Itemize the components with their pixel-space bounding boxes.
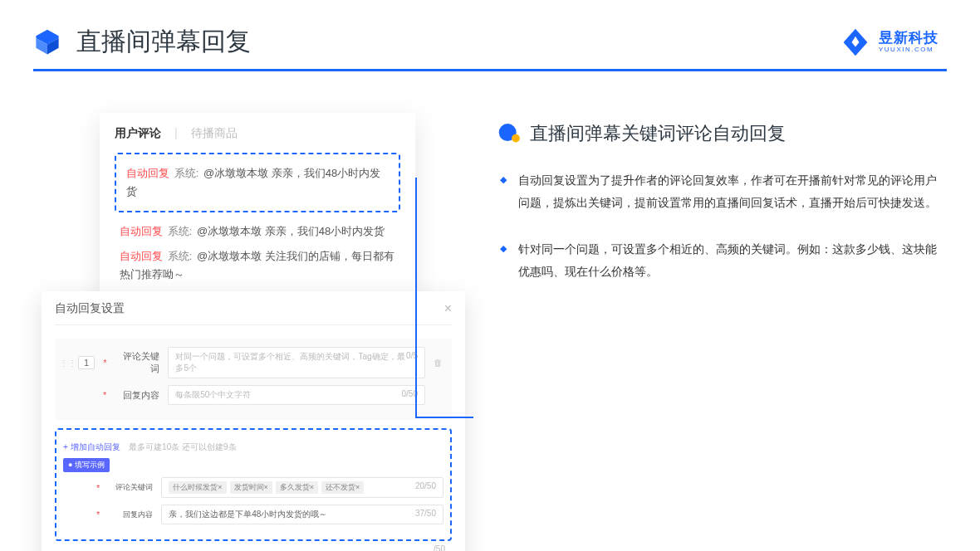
description-column: 直播间弹幕关键词评论自动回复 自动回复设置为了提升作者的评论回复效率，作者可在开… — [498, 113, 938, 511]
tag[interactable]: 多久发货× — [276, 481, 318, 494]
content: 用户评论 | 待播商品 自动回复 系统: @冰墩墩本墩 亲亲，我们48小时内发货… — [0, 71, 980, 511]
brand-diamond-icon — [840, 27, 870, 57]
system-tag: 系统: — [168, 225, 193, 237]
keyword-label: 评论关键词 — [108, 482, 153, 493]
content-label: 回复内容 — [115, 389, 159, 402]
char-count: 0/50 — [402, 389, 418, 401]
panel-header: 自动回复设置 × — [55, 301, 452, 325]
comment-row: 自动回复 系统: @冰墩墩本墩 亲亲，我们48小时内发货 — [121, 161, 394, 204]
tag[interactable]: 什么时候发货× — [169, 481, 226, 494]
tabs: 用户评论 | 待播商品 — [115, 126, 400, 141]
add-reply-link[interactable]: + 增加自动回复 — [63, 442, 120, 451]
content-input[interactable]: 每条限50个中文字符 0/50 — [168, 385, 425, 405]
tab-pending-goods[interactable]: 待播商品 — [191, 126, 238, 141]
brand-text: 昱新科技 YUUXIN.COM — [879, 31, 938, 53]
add-hint: 最多可建10条 还可以创建9条 — [129, 442, 236, 451]
section-title: 直播间弹幕关键词评论自动回复 — [530, 121, 786, 146]
placeholder: 对同一个问题，可设置多个相近、高频的关键词，Tag确定，最多5个 — [175, 351, 406, 374]
auto-reply-tag: 自动回复 — [120, 225, 163, 237]
brand-name-en: YUUXIN.COM — [879, 46, 938, 53]
example-keyword-input[interactable]: 什么时候发货× 发货时间× 多久发货× 还不发货× 20/50 — [161, 477, 443, 498]
bullet-item: 自动回复设置为了提升作者的评论回复效率，作者可在开播前针对常见的评论用户问题，提… — [518, 169, 938, 213]
comment-row: 自动回复 系统: @冰墩墩本墩 关注我们的店铺，每日都有热门推荐呦～ — [115, 244, 400, 287]
form-area: ⋮⋮ 1 * 评论关键词 对同一个问题，可设置多个相近、高频的关键词，Tag确定… — [55, 339, 452, 420]
bubble-icon — [498, 122, 522, 145]
auto-reply-tag: 自动回复 — [126, 167, 169, 179]
example-content-row: * 回复内容 亲，我们这边都是下单48小时内发货的哦～ 37/50 — [63, 505, 443, 524]
add-row: + 增加自动回复 最多可建10条 还可以创建9条 — [63, 438, 443, 453]
page-title: 直播间弹幕回复 — [76, 25, 251, 59]
footer-count: /50 — [55, 541, 452, 551]
panel-title: 自动回复设置 — [55, 301, 125, 316]
rule-number: 1 — [78, 356, 95, 369]
page-header: 直播间弹幕回复 昱新科技 YUUXIN.COM — [0, 0, 980, 69]
required-star: * — [103, 390, 106, 400]
tag-group: 什么时候发货× 发货时间× 多久发货× 还不发货× — [169, 481, 364, 494]
content-label: 回复内容 — [108, 510, 153, 520]
comment-text: @冰墩墩本墩 亲亲，我们48小时内发货 — [197, 225, 385, 237]
required-star: * — [96, 483, 100, 493]
header-left: 直播间弹幕回复 — [33, 25, 251, 59]
required-star: * — [103, 358, 106, 368]
example-box: + 增加自动回复 最多可建10条 还可以创建9条 ● 填写示例 * 评论关键词 … — [55, 428, 452, 541]
comment-row: 自动回复 系统: @冰墩墩本墩 亲亲，我们48小时内发货 — [115, 219, 400, 244]
auto-reply-tag: 自动回复 — [120, 250, 163, 262]
system-tag: 系统: — [168, 250, 193, 262]
keyword-row: ⋮⋮ 1 * 评论关键词 对同一个问题，可设置多个相近、高频的关键词，Tag确定… — [60, 347, 447, 378]
brand-name-cn: 昱新科技 — [879, 31, 938, 45]
example-keyword-row: * 评论关键词 什么时候发货× 发货时间× 多久发货× 还不发货× 20/50 — [63, 477, 443, 498]
keyword-label: 评论关键词 — [115, 350, 159, 375]
auto-reply-settings-panel: 自动回复设置 × ⋮⋮ 1 * 评论关键词 对同一个问题，可设置多个相近、高频的… — [42, 291, 465, 551]
cube-icon — [33, 28, 61, 56]
tag[interactable]: 还不发货× — [321, 481, 364, 494]
svg-point-1 — [512, 134, 520, 143]
delete-icon[interactable]: 🗑 — [434, 358, 447, 368]
example-content-text: 亲，我们这边都是下单48小时内发货的哦～ — [169, 509, 327, 520]
char-count: 20/50 — [415, 481, 436, 494]
keyword-input[interactable]: 对同一个问题，可设置多个相近、高频的关键词，Tag确定，最多5个 0/5 — [168, 347, 425, 378]
screenshot-column: 用户评论 | 待播商品 自动回复 系统: @冰墩墩本墩 亲亲，我们48小时内发货… — [42, 113, 465, 511]
example-content-input[interactable]: 亲，我们这边都是下单48小时内发货的哦～ 37/50 — [161, 505, 443, 524]
system-tag: 系统: — [174, 167, 199, 179]
placeholder: 每条限50个中文字符 — [175, 389, 251, 401]
comments-panel: 用户评论 | 待播商品 自动回复 系统: @冰墩墩本墩 亲亲，我们48小时内发货… — [100, 113, 415, 312]
drag-icon[interactable]: ⋮⋮ — [60, 358, 70, 368]
tab-separator: | — [174, 126, 178, 141]
tag[interactable]: 发货时间× — [230, 481, 272, 494]
bullet-item: 针对同一个问题，可设置多个相近的、高频的关键词。例如：这款多少钱、这块能优惠吗、… — [518, 238, 938, 282]
bullet-list: 自动回复设置为了提升作者的评论回复效率，作者可在开播前针对常见的评论用户问题，提… — [498, 169, 938, 282]
highlighted-comment: 自动回复 系统: @冰墩墩本墩 亲亲，我们48小时内发货 — [115, 153, 400, 212]
close-icon[interactable]: × — [444, 301, 452, 316]
section-heading: 直播间弹幕关键词评论自动回复 — [498, 121, 938, 146]
content-row: * 回复内容 每条限50个中文字符 0/50 — [60, 385, 447, 405]
tab-user-comments[interactable]: 用户评论 — [115, 126, 161, 141]
char-count: 37/50 — [415, 509, 436, 520]
brand: 昱新科技 YUUXIN.COM — [840, 27, 938, 57]
example-badge: ● 填写示例 — [63, 458, 110, 472]
char-count: 0/5 — [406, 351, 418, 374]
required-star: * — [96, 510, 100, 519]
